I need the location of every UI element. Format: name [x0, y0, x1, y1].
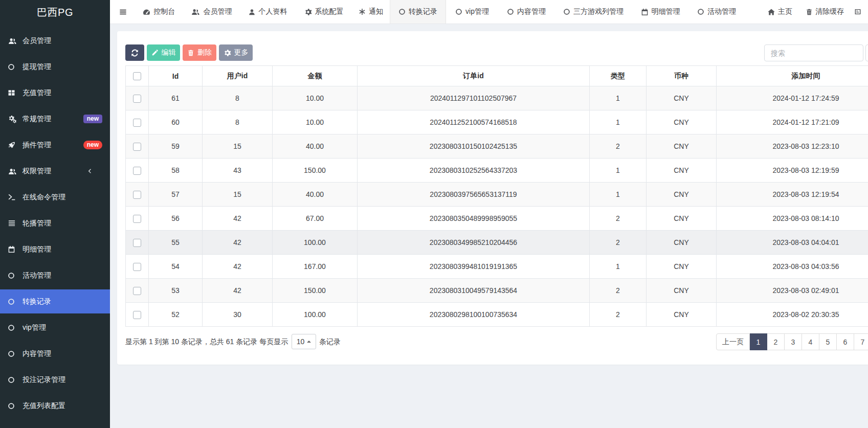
cell: 2	[590, 231, 647, 255]
asterisk-icon	[359, 8, 366, 15]
pagination-prev[interactable]: 上一页	[716, 333, 750, 350]
topbar-tab-活动管理[interactable]: 活动管理	[688, 0, 745, 24]
pagination-page-5[interactable]: 5	[819, 333, 837, 350]
topbar-tab-转换记录[interactable]: 转换记录	[390, 0, 446, 24]
row-checkbox[interactable]	[133, 95, 141, 103]
cell: 60	[149, 110, 203, 134]
circle-o-icon	[8, 324, 23, 331]
topbar-action-docs[interactable]	[854, 8, 861, 15]
table-row[interactable]: 5342150.0020230803100495791435642CNY2023…	[126, 279, 868, 303]
table-row[interactable]: 5230100.0020230802981001007356342CNY2023…	[126, 303, 868, 327]
sidebar-item-会员管理[interactable]: 会员管理	[0, 29, 110, 53]
table-row[interactable]: 5442167.0020230803994810191913651CNY2023…	[126, 255, 868, 279]
more-button[interactable]: 更多	[219, 44, 253, 61]
topbar-tab-控制台[interactable]: 控制台	[134, 0, 183, 24]
sidebar-item-label: 常规管理	[23, 115, 51, 124]
sidebar-item-充值管理[interactable]: 充值管理	[0, 81, 110, 105]
row-checkbox[interactable]	[133, 191, 141, 199]
row-checkbox[interactable]	[133, 167, 141, 175]
list-icon	[8, 219, 23, 227]
cell: 42	[203, 207, 273, 231]
topbar-tab-vip管理[interactable]: vip管理	[446, 0, 498, 24]
topbar-tab-三方游戏列管理[interactable]: 三方游戏列管理	[554, 0, 632, 24]
sidebar-item-插件管理[interactable]: 插件管理new	[0, 133, 110, 157]
tachometer-icon	[142, 8, 151, 16]
cell: 61	[149, 86, 203, 110]
cell: 15	[203, 134, 273, 159]
circle-o-icon	[398, 8, 406, 15]
columns-button[interactable]	[865, 44, 868, 61]
row-checkbox[interactable]	[133, 119, 141, 127]
topbar-action-清除缓存[interactable]: 清除缓存	[806, 7, 844, 16]
topbar-tab-通知[interactable]: 通知	[352, 0, 390, 24]
records-summary: 显示第 1 到第 10 条记录，总共 61 条记录 每页显示	[125, 333, 288, 350]
table-row[interactable]: 5843150.0020230803102525643372031CNY2023…	[126, 159, 868, 183]
topbar-action-主页[interactable]: 主页	[767, 7, 792, 16]
select-all-checkbox[interactable]	[133, 72, 141, 80]
table-row[interactable]: 571540.0020230803975656531371191CNY2023-…	[126, 183, 868, 207]
topbar-tab-个人资料[interactable]: 个人资料	[239, 0, 296, 24]
cell: 8	[203, 86, 273, 110]
cell: 55	[149, 231, 203, 255]
topbar-tab-系统配置[interactable]: 系统配置	[296, 0, 352, 24]
cell: 2023-08-03 08:14:10	[717, 207, 868, 231]
sidebar-item-活动管理[interactable]: 活动管理	[0, 263, 110, 287]
sidebar-item-vip管理[interactable]: vip管理	[0, 316, 110, 340]
cell: 15	[203, 183, 273, 207]
cell: 59	[149, 134, 203, 159]
sidebar-item-label: 明细管理	[23, 245, 51, 254]
cell: 150.00	[273, 279, 358, 303]
cell: CNY	[647, 110, 717, 134]
cell: 1	[590, 183, 647, 207]
sidebar-item-权限管理[interactable]: 权限管理	[0, 159, 110, 183]
cell: 10.00	[273, 110, 358, 134]
table-row[interactable]: 591540.0020230803101501024251352CNY2023-…	[126, 134, 868, 159]
sidebar-item-转换记录[interactable]: 转换记录	[0, 289, 110, 313]
tab-label: 系统配置	[315, 7, 344, 16]
search-input[interactable]	[764, 44, 863, 61]
button-label: 编辑	[162, 48, 176, 57]
sidebar-item-提现管理[interactable]: 提现管理	[0, 55, 110, 79]
table-row[interactable]: 5542100.0020230803499852102044562CNY2023…	[126, 231, 868, 255]
cell: 2023-08-03 12:19:54	[717, 183, 868, 207]
table-row[interactable]: 61810.0020240112971011025079671CNY2024-0…	[126, 86, 868, 110]
row-checkbox[interactable]	[133, 311, 141, 319]
delete-button[interactable]: 删除	[183, 44, 216, 61]
sidebar-item-内容管理[interactable]: 内容管理	[0, 342, 110, 366]
sidebar-item-明细管理[interactable]: 明细管理	[0, 237, 110, 261]
pagination-page-7[interactable]: 7	[854, 333, 868, 350]
page-size-dropdown[interactable]: 10	[292, 334, 316, 349]
cell: 42	[203, 255, 273, 279]
sidebar-item-label: 权限管理	[23, 167, 51, 176]
sidebar-item-投注记录管理[interactable]: 投注记录管理	[0, 368, 110, 392]
topbar-tab-明细管理[interactable]: 明细管理	[632, 0, 688, 24]
sidebar-item-常规管理[interactable]: 常规管理new	[0, 107, 110, 131]
pagination-page-6[interactable]: 6	[837, 333, 854, 350]
pagination-page-2[interactable]: 2	[767, 333, 785, 350]
sidebar-item-轮播管理[interactable]: 轮播管理	[0, 211, 110, 235]
sidebar-toggle-button[interactable]	[119, 0, 134, 24]
table-row[interactable]: 564267.0020230803504899989590552CNY2023-…	[126, 207, 868, 231]
row-checkbox[interactable]	[133, 215, 141, 223]
edit-button[interactable]: 编辑	[147, 44, 180, 61]
pagination-page-3[interactable]: 3	[785, 333, 802, 350]
row-checkbox[interactable]	[133, 239, 141, 247]
cell: 2	[590, 279, 647, 303]
topbar-tab-会员管理[interactable]: 会员管理	[183, 0, 239, 24]
sidebar-item-充值列表配置[interactable]: 充值列表配置	[0, 394, 110, 418]
column-header-类型: 类型	[590, 66, 647, 86]
pagination: 上一页1234567	[716, 333, 868, 350]
row-checkbox[interactable]	[133, 287, 141, 295]
topbar-tab-内容管理[interactable]: 内容管理	[498, 0, 554, 24]
pagination-page-4[interactable]: 4	[802, 333, 819, 350]
cell: 2	[590, 207, 647, 231]
sidebar-item-在线命令管理[interactable]: 在线命令管理	[0, 185, 110, 209]
cell: 2	[590, 134, 647, 159]
table-row[interactable]: 60810.0020240112521005741685181CNY2024-0…	[126, 110, 868, 134]
row-checkbox[interactable]	[133, 263, 141, 271]
row-checkbox[interactable]	[133, 143, 141, 151]
sidebar-item-label: 插件管理	[23, 141, 51, 150]
cell: 100.00	[273, 231, 358, 255]
refresh-button[interactable]	[125, 44, 144, 61]
pagination-page-1[interactable]: 1	[750, 333, 767, 350]
